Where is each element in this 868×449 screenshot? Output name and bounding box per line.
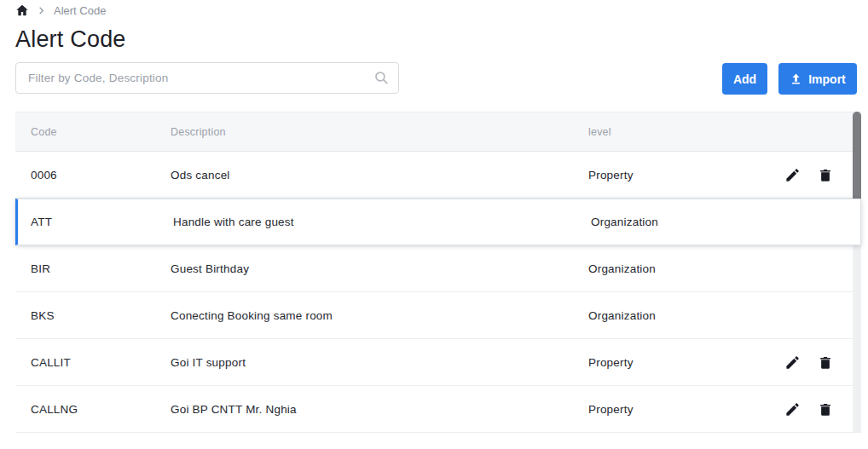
import-button[interactable]: Import	[778, 63, 857, 95]
row-actions	[784, 401, 853, 417]
search-icon[interactable]	[373, 70, 390, 89]
delete-button[interactable]	[817, 167, 833, 183]
page-title: Alert Code	[15, 26, 126, 53]
trash-icon	[818, 354, 833, 371]
row-code: 0006	[15, 169, 171, 181]
edit-button[interactable]	[784, 354, 801, 371]
filter-wrap	[15, 62, 399, 94]
delete-button[interactable]	[817, 354, 833, 371]
alert-code-page: Alert Code Alert Code Add Import Code De…	[0, 0, 868, 449]
row-description: Conecting Booking same room	[171, 309, 588, 322]
row-level: Property	[588, 169, 784, 181]
table-row[interactable]: BIR Guest Birthday Organization	[15, 245, 853, 292]
pencil-icon	[784, 354, 801, 371]
table-row[interactable]: ATT Handle with care guest Organization	[15, 199, 861, 245]
trash-icon	[818, 401, 833, 417]
row-level: Organization	[588, 262, 784, 275]
chevron-right-icon	[37, 6, 46, 15]
row-code: BIR	[15, 262, 171, 275]
trash-icon	[818, 167, 833, 183]
filter-input[interactable]	[15, 62, 399, 94]
breadcrumb: Alert Code	[15, 2, 106, 19]
table-body: 0006 Ods cancel Property	[15, 152, 853, 433]
column-header-level[interactable]: level	[588, 126, 784, 138]
row-code: ATT	[18, 216, 173, 228]
row-level: Property	[588, 403, 784, 416]
home-icon[interactable]	[15, 3, 29, 17]
row-description: Goi IT support	[171, 356, 588, 369]
table-scrollbar-thumb[interactable]	[853, 112, 861, 204]
row-actions	[784, 167, 853, 183]
pencil-icon	[784, 167, 801, 183]
table-header: Code Description level	[15, 112, 853, 152]
table-row[interactable]: CALLNG Goi BP CNTT Mr. Nghia Property	[15, 386, 853, 433]
row-actions	[784, 354, 853, 371]
row-code: CALLIT	[15, 356, 171, 369]
row-description: Ods cancel	[171, 169, 588, 181]
row-level: Organization	[591, 216, 787, 228]
row-description: Handle with care guest	[173, 216, 591, 228]
alert-code-table: Code Description level 0006 Ods cancel P…	[15, 112, 853, 433]
row-code: BKS	[15, 309, 171, 322]
row-level: Property	[588, 356, 784, 369]
breadcrumb-current[interactable]: Alert Code	[54, 4, 106, 17]
edit-button[interactable]	[784, 401, 801, 417]
import-button-label: Import	[808, 72, 846, 86]
add-button-label: Add	[733, 72, 756, 86]
column-header-description[interactable]: Description	[171, 126, 588, 138]
row-description: Guest Birthday	[171, 262, 588, 275]
row-description: Goi BP CNTT Mr. Nghia	[171, 403, 588, 416]
table-row[interactable]: 0006 Ods cancel Property	[15, 152, 853, 199]
table-row[interactable]: CALLIT Goi IT support Property	[15, 339, 853, 386]
pencil-icon	[784, 401, 801, 417]
upload-icon	[790, 72, 802, 85]
edit-button[interactable]	[784, 167, 801, 183]
row-code: CALLNG	[15, 403, 171, 416]
table-scrollbar-track[interactable]	[853, 112, 861, 433]
delete-button[interactable]	[817, 401, 833, 417]
add-button[interactable]: Add	[722, 63, 767, 95]
row-level: Organization	[588, 309, 784, 322]
column-header-code[interactable]: Code	[15, 126, 171, 138]
table-row[interactable]: BKS Conecting Booking same room Organiza…	[15, 292, 853, 339]
